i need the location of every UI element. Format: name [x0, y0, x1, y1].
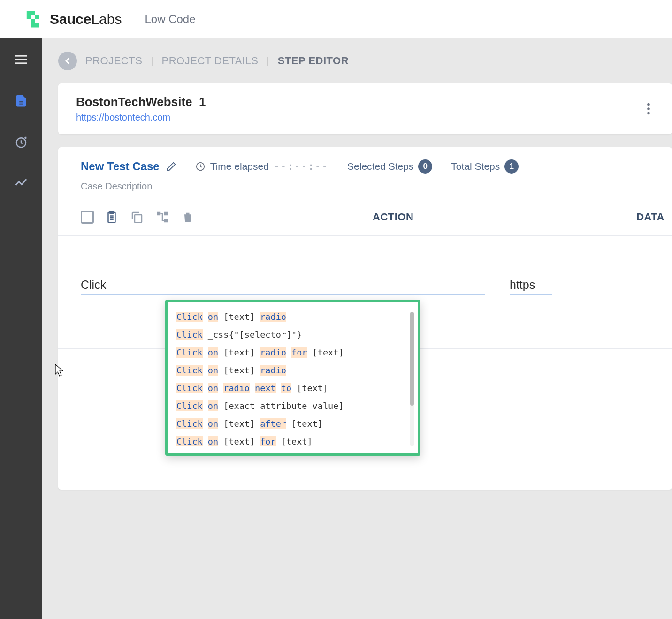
autocomplete-item[interactable]: Click on radio next to [text] [176, 383, 407, 393]
testcase-name: New Test Case [81, 160, 176, 173]
selected-steps: Selected Steps 0 [347, 159, 432, 174]
step-editor-card: New Test Case Time elapsed --:--:-- Sele… [58, 147, 672, 490]
breadcrumb-sep: | [151, 56, 153, 67]
brand-logo[interactable]: SauceLabs [23, 9, 122, 30]
sidebar-item-analytics[interactable] [12, 174, 30, 192]
project-menu-button[interactable] [643, 102, 654, 115]
svg-rect-9 [110, 211, 114, 214]
total-steps: Total Steps 1 [451, 159, 519, 174]
project-name: BostonTechWebsite_1 [76, 95, 643, 109]
svg-point-6 [647, 112, 650, 115]
sidebar-item-document[interactable] [12, 92, 30, 110]
breadcrumb-item[interactable]: PROJECTS [85, 55, 142, 67]
main-content: PROJECTS | PROJECT DETAILS | STEP EDITOR… [42, 38, 672, 619]
clock-icon [195, 161, 206, 172]
breadcrumb-sep: | [267, 56, 269, 67]
brand-text: SauceLabs [50, 11, 122, 27]
steps-toolbar: ACTION DATA [58, 200, 672, 236]
svg-rect-16 [164, 219, 168, 223]
autocomplete-item[interactable]: Click on [text] after [text] [176, 419, 407, 429]
app-header: SauceLabs Low Code [0, 0, 672, 38]
svg-point-4 [647, 103, 650, 106]
svg-rect-14 [157, 212, 161, 216]
edit-name-icon[interactable] [166, 161, 176, 172]
autocomplete-item[interactable]: Click on [text] for [text] [176, 437, 407, 446]
autocomplete-dropdown: Click on [text] radioClick _css{"[select… [165, 300, 420, 456]
action-input[interactable] [81, 275, 485, 295]
svg-point-5 [647, 107, 650, 110]
testcase-name-text: New Test Case [81, 160, 160, 173]
total-label: Total Steps [451, 161, 500, 172]
copy-icon[interactable] [130, 210, 145, 225]
autocomplete-item[interactable]: Click on [text] radio [176, 312, 407, 322]
step-input-row: Click on [text] radioClick _css{"[select… [58, 236, 672, 349]
total-count-badge: 1 [504, 159, 519, 174]
time-elapsed: Time elapsed --:--:-- [195, 161, 328, 172]
selected-label: Selected Steps [347, 161, 413, 172]
sidebar-item-schedule[interactable] [12, 133, 30, 151]
svg-rect-15 [164, 212, 168, 216]
column-action: ACTION [373, 211, 413, 223]
project-card: BostonTechWebsite_1 https://bostontech.c… [58, 83, 672, 134]
autocomplete-scrollbar[interactable] [410, 312, 414, 446]
flow-icon[interactable] [155, 210, 170, 225]
project-url[interactable]: https://bostontech.com [76, 112, 643, 123]
delete-icon[interactable] [180, 210, 195, 225]
breadcrumb-item-current: STEP EDITOR [278, 55, 349, 67]
elapsed-value: --:--:-- [274, 161, 328, 172]
select-all-checkbox[interactable] [81, 211, 94, 224]
column-data: DATA [636, 211, 664, 223]
data-input[interactable] [510, 275, 552, 295]
autocomplete-item[interactable]: Click on [exact attribute value] [176, 401, 407, 411]
saucelabs-icon [23, 9, 43, 30]
header-divider [133, 9, 133, 30]
autocomplete-item[interactable]: Click on [text] radio for [text] [176, 347, 407, 357]
breadcrumb: PROJECTS | PROJECT DETAILS | STEP EDITOR [58, 52, 672, 70]
back-button[interactable] [58, 52, 77, 70]
hamburger-menu-icon[interactable] [12, 51, 30, 68]
autocomplete-item[interactable]: Click _css{"[selector]"} [176, 330, 407, 340]
elapsed-label: Time elapsed [210, 161, 269, 172]
paste-icon[interactable] [104, 210, 119, 225]
sidebar [0, 38, 42, 619]
header-subtitle: Low Code [145, 13, 195, 26]
selected-count-badge: 0 [418, 159, 432, 174]
autocomplete-item[interactable]: Click on [text] radio [176, 365, 407, 375]
breadcrumb-item[interactable]: PROJECT DETAILS [162, 55, 259, 67]
svg-rect-13 [135, 215, 142, 222]
case-description[interactable]: Case Description [81, 181, 649, 192]
